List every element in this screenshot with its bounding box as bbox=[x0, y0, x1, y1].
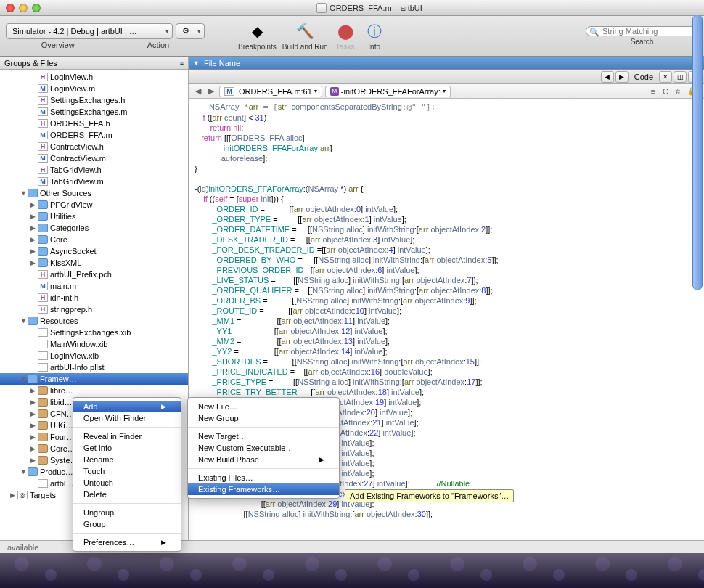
disclosure-icon[interactable]: ▶ bbox=[30, 399, 38, 406]
tree-item[interactable]: ▶Core bbox=[0, 234, 188, 245]
disclosure-icon[interactable]: ▶ bbox=[30, 213, 38, 220]
tree-item[interactable]: Hstringprep.h bbox=[0, 303, 188, 315]
tree-item[interactable]: ▼Framew… bbox=[0, 373, 188, 385]
file-crumb[interactable]: M ORDERS_FFA.m:61 ▾ bbox=[219, 86, 322, 97]
menu-item[interactable]: New Group bbox=[188, 412, 339, 424]
disclosure-icon[interactable]: ▶ bbox=[30, 422, 38, 429]
scheme-dropdown[interactable]: Simulator - 4.2 | Debug | artbUI | … bbox=[6, 23, 173, 39]
disclosure-icon[interactable]: ▼ bbox=[20, 189, 28, 197]
tree-item-label: ORDERS_FFA.m bbox=[50, 131, 112, 139]
method-crumb[interactable]: M -initORDERS_FFAForArray: ▾ bbox=[325, 86, 451, 97]
disclosure-icon[interactable]: ▶ bbox=[30, 248, 38, 255]
tree-item[interactable]: LoginView.xib bbox=[0, 350, 188, 362]
menu-item[interactable]: Existing Files… bbox=[188, 472, 339, 483]
sidebar-menu-icon[interactable]: ≡ bbox=[180, 60, 184, 67]
menu-item[interactable]: Get Info bbox=[73, 442, 181, 454]
action-dropdown[interactable]: ⚙ bbox=[176, 23, 205, 39]
menu-item[interactable]: Untouch bbox=[73, 477, 181, 489]
split-icon[interactable]: ◫ bbox=[674, 71, 687, 83]
info-label: Info bbox=[368, 43, 380, 51]
minimize-icon[interactable] bbox=[19, 4, 28, 12]
disclosure-icon[interactable]: ▶ bbox=[30, 410, 38, 417]
disclosure-icon[interactable]: ▶ bbox=[30, 457, 38, 464]
tree-item[interactable]: artbUI-Info.plist bbox=[0, 362, 188, 373]
disclosure-icon[interactable]: ▶ bbox=[30, 259, 38, 266]
disclosure-icon[interactable]: ▼ bbox=[20, 375, 28, 383]
menu-item[interactable]: Ungroup bbox=[73, 507, 181, 518]
tree-item[interactable]: ▼Other Sources bbox=[0, 187, 188, 199]
tree-item[interactable]: HLoginView.h bbox=[0, 71, 188, 83]
tree-item[interactable]: MLoginView.m bbox=[0, 83, 188, 94]
tree-item[interactable]: MContractView.m bbox=[0, 152, 188, 164]
menu-item[interactable]: Reveal in Finder bbox=[73, 430, 181, 442]
breakpoints-icon[interactable]: ◆ bbox=[245, 21, 269, 41]
disclosure-icon[interactable]: ▼ bbox=[20, 468, 28, 475]
tree-item[interactable]: MSettingsExchanges.m bbox=[0, 106, 188, 118]
menu-item[interactable]: New File… bbox=[188, 401, 339, 412]
tree-item[interactable]: ▶PFGridView bbox=[0, 199, 188, 211]
nav-prev-icon[interactable]: ◀ bbox=[601, 71, 614, 83]
tree-item[interactable]: HartbUI_Prefix.pch bbox=[0, 269, 188, 280]
menu-item[interactable]: New Build Phase▶ bbox=[188, 454, 339, 465]
class-icon[interactable]: C bbox=[660, 87, 671, 96]
tree-item[interactable]: HContractView.h bbox=[0, 141, 188, 152]
disclosure-icon[interactable]: ▶ bbox=[10, 491, 17, 499]
build-run-icon[interactable]: 🔨 bbox=[293, 21, 316, 41]
tree-item[interactable]: ▶libre… bbox=[0, 385, 188, 396]
tree-item[interactable]: MainWindow.xib bbox=[0, 338, 188, 350]
info-icon[interactable]: ⓘ bbox=[363, 21, 386, 41]
tree-item[interactable]: ▶KissXML bbox=[0, 257, 188, 269]
menu-item[interactable]: Group bbox=[73, 518, 181, 530]
tree-item[interactable]: Mmain.m bbox=[0, 280, 188, 292]
menu-item[interactable]: New Custom Executable… bbox=[188, 442, 339, 454]
menu-item[interactable]: Rename bbox=[73, 454, 181, 465]
zoom-icon[interactable] bbox=[32, 4, 41, 12]
counterpart-icon[interactable]: ≡ bbox=[649, 87, 658, 96]
menu-item[interactable]: Preferences…▶ bbox=[73, 536, 181, 548]
tree-item[interactable]: Hidn-int.h bbox=[0, 292, 188, 303]
disclosure-icon[interactable]: ▼ bbox=[20, 317, 28, 324]
tree-item[interactable]: MTabGridView.m bbox=[0, 176, 188, 187]
menu-item[interactable]: Open With Finder bbox=[73, 412, 181, 424]
tree-item-label: PFGridView bbox=[50, 200, 92, 209]
menu-item[interactable]: Touch bbox=[73, 465, 181, 477]
breadcrumb: ◀ ▶ M ORDERS_FFA.m:61 ▾ M -initORDERS_FF… bbox=[189, 84, 704, 99]
tree-item[interactable]: ▶Utilities bbox=[0, 211, 188, 222]
menu-item[interactable]: Delete bbox=[73, 489, 181, 500]
tree-item-label: MainWindow.xib bbox=[50, 340, 107, 348]
tasks-icon[interactable]: ⬤ bbox=[334, 21, 357, 41]
disclosure-icon[interactable]: ▶ bbox=[30, 387, 38, 394]
disclosure-icon[interactable]: ▶ bbox=[30, 236, 38, 243]
code-editor[interactable]: NSArray *arr = [str componentsSeparatedB… bbox=[189, 99, 704, 579]
chevron-down-icon[interactable]: ▼ bbox=[193, 60, 200, 67]
window-controls bbox=[6, 4, 41, 12]
close-icon[interactable] bbox=[6, 4, 15, 12]
nav-next-icon[interactable]: ▶ bbox=[615, 71, 629, 83]
toolbar: Simulator - 4.2 | Debug | artbUI | … ⚙ O… bbox=[0, 16, 704, 57]
disclosure-icon[interactable]: ▶ bbox=[30, 433, 38, 441]
disclosure-icon[interactable]: ▶ bbox=[30, 224, 38, 232]
tree-item[interactable]: MORDERS_FFA.m bbox=[0, 129, 188, 141]
disclosure-icon[interactable]: ▶ bbox=[30, 201, 38, 208]
menu-item[interactable]: New Target… bbox=[188, 430, 339, 442]
search-input[interactable] bbox=[602, 27, 692, 36]
tree-item[interactable]: SettingsExchanges.xib bbox=[0, 327, 188, 338]
tree-item-label: LoginView.m bbox=[50, 84, 95, 93]
folder-icon bbox=[38, 258, 48, 267]
tree-item[interactable]: HSettingsExchanges.h bbox=[0, 94, 188, 106]
vertical-scrollbar[interactable] bbox=[692, 15, 703, 290]
tree-item[interactable]: ▶Categories bbox=[0, 222, 188, 234]
menu-item[interactable]: Add▶ bbox=[73, 401, 181, 412]
include-icon[interactable]: # bbox=[674, 87, 682, 96]
history-fwd-icon[interactable]: ▶ bbox=[206, 86, 216, 96]
tree-item[interactable]: ▶AsyncSocket bbox=[0, 245, 188, 257]
tree-item[interactable]: HORDERS_FFA.h bbox=[0, 118, 188, 129]
history-back-icon[interactable]: ◀ bbox=[193, 86, 203, 96]
search-box[interactable] bbox=[586, 26, 698, 36]
tree-item-label: SettingsExchanges.xib bbox=[50, 328, 131, 337]
menu-item[interactable]: Existing Frameworks… bbox=[188, 483, 339, 495]
disclosure-icon[interactable]: ▶ bbox=[30, 445, 38, 452]
tree-item[interactable]: ▼Resources bbox=[0, 315, 188, 327]
tree-item[interactable]: HTabGridView.h bbox=[0, 164, 188, 176]
close-file-icon[interactable]: ✕ bbox=[659, 71, 672, 83]
